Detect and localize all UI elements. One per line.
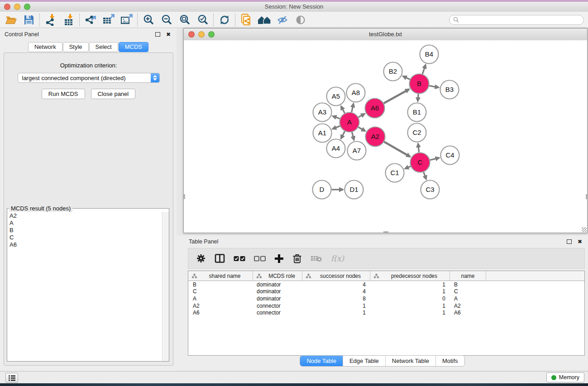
resize-handle-right[interactable] xyxy=(586,194,587,199)
criterion-dropdown-value: largest connected component (directed) xyxy=(18,75,151,81)
edge-A-A1[interactable] xyxy=(333,126,340,129)
edge-C-C2[interactable] xyxy=(418,143,419,152)
resize-handle-left[interactable] xyxy=(184,194,185,199)
control-panel-tabs: NetworkStyleSelectMCDS xyxy=(0,42,177,52)
open-file-icon[interactable] xyxy=(2,13,20,27)
tab-select[interactable]: Select xyxy=(89,42,118,52)
result-item[interactable]: A6 xyxy=(7,241,163,248)
close-panel-icon[interactable]: ✖ xyxy=(166,32,171,37)
edge-B-B2[interactable] xyxy=(403,76,410,79)
column-header-successor-nodes[interactable]: successor nodes xyxy=(302,271,370,281)
close-panel-icon[interactable]: ✖ xyxy=(578,239,582,244)
edge-C-C4[interactable] xyxy=(430,158,439,160)
hide-graphics-icon[interactable] xyxy=(273,13,292,27)
edge-B-B1[interactable] xyxy=(418,94,418,101)
table-cell: A2 xyxy=(450,303,486,309)
resize-grip-icon[interactable] xyxy=(582,227,587,232)
column-header-name[interactable]: name xyxy=(450,271,486,281)
zoom-selected-icon[interactable] xyxy=(194,13,212,27)
search-field[interactable] xyxy=(449,15,584,25)
result-item[interactable]: B xyxy=(7,227,163,234)
edge-B-B4[interactable] xyxy=(422,65,425,74)
add-icon[interactable] xyxy=(274,254,284,263)
optimization-criterion-label: Optimization criterion: xyxy=(4,62,173,69)
export-network-icon[interactable] xyxy=(81,13,100,27)
edge-A-A3[interactable] xyxy=(333,116,340,119)
edge-A-A7[interactable] xyxy=(352,132,354,140)
edge-A-A6[interactable] xyxy=(359,114,365,117)
criterion-dropdown[interactable]: largest connected component (directed) xyxy=(18,73,160,83)
edge-A-A8[interactable] xyxy=(352,104,354,112)
search-icon xyxy=(453,17,459,23)
select-all-icon[interactable] xyxy=(234,256,245,262)
save-icon[interactable] xyxy=(20,13,38,27)
export-table-icon[interactable] xyxy=(100,13,118,27)
column-header-predecessor-nodes[interactable]: predecessor nodes xyxy=(370,271,450,281)
clone-network-icon[interactable] xyxy=(237,13,255,27)
memory-button[interactable]: Memory xyxy=(546,372,584,382)
export-image-icon[interactable] xyxy=(118,13,136,27)
show-graphics-icon[interactable] xyxy=(292,13,310,27)
zoom-out-icon[interactable] xyxy=(158,13,176,27)
edge-B-B3[interactable] xyxy=(429,86,439,87)
table-cell: A2 xyxy=(188,303,253,309)
edge-A2-C[interactable] xyxy=(384,142,410,157)
table-cell: 1 xyxy=(302,310,370,316)
column-type-icon xyxy=(374,274,379,278)
result-scrollbar[interactable] xyxy=(162,212,169,361)
tab-node-table[interactable]: Node Table xyxy=(300,356,343,366)
tab-network-table[interactable]: Network Table xyxy=(385,356,435,366)
import-table-icon[interactable] xyxy=(60,13,78,27)
columns-icon[interactable] xyxy=(215,253,225,263)
float-panel-icon[interactable] xyxy=(155,32,160,37)
edge-C-C3[interactable] xyxy=(424,172,426,179)
table-cell: 0 xyxy=(370,295,450,302)
houses-icon[interactable] xyxy=(255,13,273,27)
zoom-in-icon[interactable] xyxy=(139,13,158,27)
table-row[interactable]: Cdominator41C xyxy=(188,288,584,295)
column-header-MCDS-role[interactable]: MCDS role xyxy=(253,271,302,281)
float-panel-icon[interactable] xyxy=(567,239,572,244)
zoom-fit-icon[interactable] xyxy=(176,13,194,27)
toolbar-separator xyxy=(137,14,138,26)
tab-mcds[interactable]: MCDS xyxy=(119,42,148,52)
main-toolbar xyxy=(0,12,588,28)
tab-motifs[interactable]: Motifs xyxy=(435,356,464,366)
gear-icon[interactable] xyxy=(196,253,206,263)
table-row[interactable]: A6connector11A6 xyxy=(188,309,584,316)
table-cell: connector xyxy=(253,303,302,309)
run-mcds-button[interactable]: Run MCDS xyxy=(42,89,85,99)
table-cell: A6 xyxy=(188,310,253,316)
tab-edge-table[interactable]: Edge Table xyxy=(343,356,385,366)
tab-style[interactable]: Style xyxy=(63,42,89,52)
node-label-C3: C3 xyxy=(425,186,434,193)
table-row[interactable]: A2connector11A2 xyxy=(188,302,584,310)
edge-A6-B[interactable] xyxy=(384,89,409,103)
edge-A-A4[interactable] xyxy=(341,131,344,138)
import-network-icon[interactable] xyxy=(42,13,60,27)
result-item[interactable]: A xyxy=(7,219,163,227)
result-item[interactable]: C xyxy=(7,234,163,241)
node-label-C: C xyxy=(418,158,423,166)
node-label-A1: A1 xyxy=(318,129,326,137)
trash-icon[interactable] xyxy=(292,253,302,264)
show-panels-button[interactable] xyxy=(5,373,18,383)
network-canvas[interactable]: B4B2BB3A5A8A6A3B1AA1C2A2A4A7C4CC1C3DD1 xyxy=(184,40,587,233)
table-cell: 1 xyxy=(302,303,370,309)
network-window-title: testGlobe.txt xyxy=(184,31,587,38)
search-input[interactable] xyxy=(462,16,580,24)
edge-A-A2[interactable] xyxy=(359,127,365,131)
resize-handle-bottom[interactable] xyxy=(383,231,388,233)
control-panel: Control Panel ✖ NetworkStyleSelectMCDS O… xyxy=(0,28,177,371)
edge-A-A5[interactable] xyxy=(341,106,344,113)
column-header-shared-name[interactable]: shared name xyxy=(188,271,253,281)
close-panel-button[interactable]: Close panel xyxy=(91,89,136,99)
edge-C-C1[interactable] xyxy=(405,167,411,169)
tab-network[interactable]: Network xyxy=(28,42,62,52)
node-label-D1: D1 xyxy=(349,186,358,193)
refresh-icon[interactable] xyxy=(215,13,234,27)
table-row[interactable]: Adominator80A xyxy=(188,295,584,302)
deselect-all-icon[interactable] xyxy=(254,256,266,262)
result-item[interactable]: A2 xyxy=(7,212,163,219)
table-row[interactable]: Bdominator41B xyxy=(188,281,584,288)
